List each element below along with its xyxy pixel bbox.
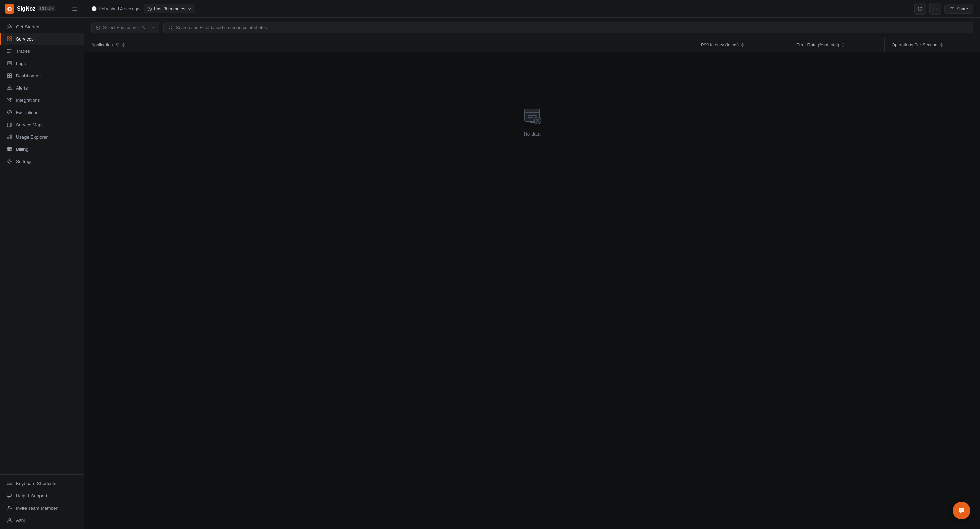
filter-icon (115, 43, 120, 47)
refresh-text: Refreshed 4 sec ago (99, 6, 140, 11)
svg-point-34 (8, 518, 11, 521)
cloud-badge: CLOUD (38, 6, 55, 11)
sidebar-item-exceptions[interactable]: Exceptions (0, 106, 84, 118)
col-ops-label: Operations Per Second (891, 42, 937, 47)
sidebar-item-label: Dashboards (16, 73, 41, 78)
sidebar-item-get-started[interactable]: Get Started (0, 21, 84, 33)
svg-point-46 (962, 510, 963, 510)
chat-fab-button[interactable] (953, 502, 970, 519)
services-icon (6, 36, 13, 42)
sidebar-item-label: Alerts (16, 86, 28, 91)
sidebar: SigNoz CLOUD Get Started (0, 0, 84, 529)
sidebar-item-invite-team[interactable]: Invite Team Member (0, 502, 84, 514)
sort-icon (841, 43, 845, 47)
usage-icon (6, 134, 13, 140)
sidebar-nav: Get Started Services (0, 18, 84, 474)
sidebar-item-service-map[interactable]: Service Map (0, 118, 84, 131)
share-button[interactable]: Share (944, 4, 973, 14)
svg-point-45 (961, 510, 962, 510)
sort-icon (940, 43, 943, 47)
sidebar-item-services[interactable]: Services (0, 33, 84, 45)
sidebar-item-settings[interactable]: Settings (0, 155, 84, 167)
environment-select[interactable]: Select Environment/s (91, 22, 159, 33)
topbar-right: Share (914, 3, 973, 14)
more-options-button[interactable] (929, 3, 941, 14)
svg-point-38 (936, 8, 937, 9)
logo-area: SigNoz CLOUD (5, 4, 55, 14)
sidebar-item-usage-explorer[interactable]: Usage Explorer (0, 131, 84, 143)
topbar-left: 🕐 Refreshed 4 sec ago Last 30 minutes (91, 4, 195, 13)
svg-point-19 (9, 101, 10, 102)
share-label: Share (956, 6, 968, 11)
time-range-selector[interactable]: Last 30 minutes (143, 4, 195, 13)
sidebar-item-label: Ashu (16, 518, 27, 523)
sidebar-item-label: Keyboard Shortcuts (16, 481, 56, 486)
svg-rect-9 (10, 39, 11, 41)
svg-point-40 (169, 25, 172, 29)
env-select-placeholder: Select Environment/s (103, 25, 148, 30)
svg-point-5 (10, 25, 10, 26)
sidebar-item-logs[interactable]: Logs (0, 57, 84, 69)
logo-icon (5, 4, 14, 14)
data-table: Application P99 latency (in ms) (84, 37, 980, 529)
svg-rect-7 (10, 37, 11, 38)
sidebar-item-help-support[interactable]: Help & Support (0, 489, 84, 502)
search-bar (163, 22, 973, 33)
sidebar-item-label: Billing (16, 147, 28, 152)
app-name: SigNoz (17, 6, 35, 12)
sidebar-bottom: Keyboard Shortcuts Help & Support Inv (0, 474, 84, 529)
sidebar-header: SigNoz CLOUD (0, 0, 84, 18)
sidebar-item-label: Traces (16, 49, 30, 54)
svg-rect-31 (8, 484, 11, 484)
alerts-icon (6, 85, 13, 91)
rocket-icon (6, 24, 13, 30)
col-error-rate-label: Error Rate (% of total) (796, 42, 839, 47)
table-body: No data (84, 53, 980, 189)
sidebar-item-billing[interactable]: Billing (0, 143, 84, 155)
svg-rect-4 (73, 10, 77, 11)
col-application-label: Application (91, 42, 113, 47)
svg-rect-24 (8, 148, 11, 151)
svg-point-1 (8, 8, 11, 10)
no-data-state: No data (514, 77, 550, 164)
svg-point-37 (935, 8, 935, 9)
sidebar-item-alerts[interactable]: Alerts (0, 82, 84, 94)
refresh-button[interactable] (914, 3, 926, 14)
search-input[interactable] (176, 25, 968, 30)
col-error-rate: Error Rate (% of total) (789, 37, 885, 52)
filters-row: Select Environment/s (84, 18, 980, 37)
col-p99: P99 latency (in ms) (694, 37, 789, 52)
svg-rect-27 (8, 482, 12, 485)
svg-rect-22 (9, 136, 10, 139)
collapse-sidebar-button[interactable] (70, 5, 79, 13)
main-content: 🕐 Refreshed 4 sec ago Last 30 minutes (84, 0, 980, 529)
svg-rect-6 (8, 37, 9, 38)
billing-icon (6, 146, 13, 152)
svg-rect-30 (11, 483, 11, 483)
sidebar-item-integrations[interactable]: Integrations (0, 94, 84, 106)
exceptions-icon (6, 109, 13, 115)
svg-point-10 (11, 49, 11, 50)
sidebar-item-label: Integrations (16, 98, 40, 103)
sidebar-item-label: Service Map (16, 122, 41, 127)
dashboards-icon (6, 73, 13, 79)
no-data-icon (521, 104, 543, 126)
svg-rect-14 (8, 76, 10, 78)
sidebar-item-user-ashu[interactable]: Ashu (0, 514, 84, 526)
table-header: Application P99 latency (in ms) (84, 37, 980, 53)
col-application: Application (84, 37, 694, 52)
sidebar-item-label: Settings (16, 159, 33, 164)
sidebar-item-keyboard-shortcuts[interactable]: Keyboard Shortcuts (0, 477, 84, 489)
settings-icon (6, 158, 13, 164)
sidebar-item-label: Invite Team Member (16, 505, 57, 511)
topbar: 🕐 Refreshed 4 sec ago Last 30 minutes (84, 0, 980, 18)
sidebar-item-traces[interactable]: Traces (0, 45, 84, 57)
clock-icon: 🕐 (91, 6, 97, 11)
svg-rect-8 (8, 39, 9, 41)
sidebar-item-dashboards[interactable]: Dashboards (0, 69, 84, 82)
svg-rect-23 (11, 135, 11, 139)
svg-point-11 (10, 52, 11, 53)
svg-rect-32 (8, 494, 11, 497)
sidebar-item-label: Logs (16, 61, 26, 66)
svg-point-44 (960, 510, 961, 510)
